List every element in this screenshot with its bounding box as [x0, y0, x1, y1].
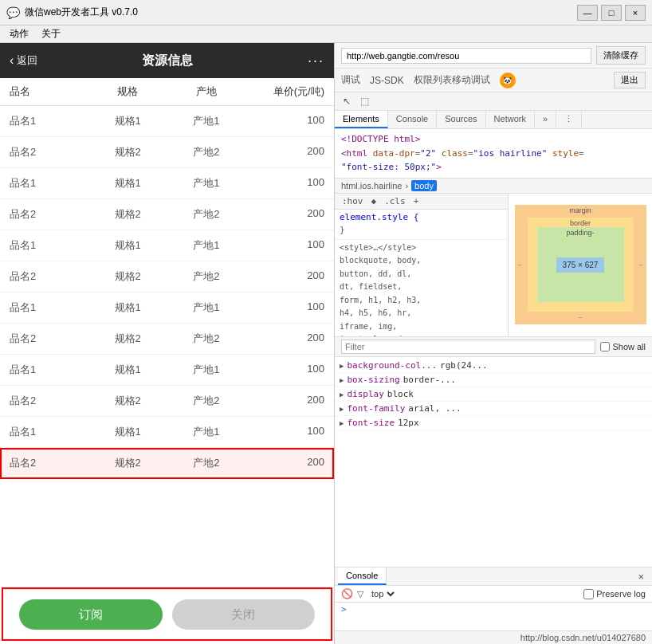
table-row: 品名1 规格1 产地1 100: [0, 230, 334, 261]
prop-name-fontsize: font-size: [347, 418, 395, 428]
cell-price: 200: [245, 332, 324, 346]
styles-panel: :hov ◆ .cls + element.style { } <style>……: [335, 194, 509, 336]
add-style-button[interactable]: +: [411, 195, 422, 207]
tab-permissions[interactable]: 权限列表移动调试: [414, 72, 490, 88]
style-rule-block: <style>…</style> blockquote, body,button…: [335, 240, 508, 336]
menu-action[interactable]: 动作: [3, 26, 35, 42]
expand-icon[interactable]: ▶: [340, 405, 344, 413]
cell-name: 品名2: [10, 332, 88, 346]
cls-button[interactable]: .cls: [382, 195, 408, 207]
window-controls: — □ ×: [577, 5, 646, 21]
prop-val-fontsize: 12px: [398, 418, 419, 428]
tab-network[interactable]: Network: [486, 111, 535, 128]
menu-bar: 动作 关于: [0, 26, 652, 43]
cell-origin: 产地1: [167, 176, 246, 190]
prop-row-display: ▶ display block: [335, 387, 652, 402]
header-spec: 规格: [88, 84, 167, 99]
table-row: 品名1 规格1 产地1 100: [0, 106, 334, 137]
cell-origin: 产地1: [167, 425, 246, 439]
cell-price: 200: [245, 145, 324, 159]
expand-icon[interactable]: ▶: [340, 376, 344, 384]
mobile-panel: ‹ 返回 资源信息 ··· 品名 规格 产地 单价(元/吨) 品名1 规格1 产…: [0, 43, 335, 644]
cell-price: 100: [245, 114, 324, 128]
mobile-header: ‹ 返回 资源信息 ···: [0, 43, 334, 78]
cell-price: 200: [245, 394, 324, 408]
inspect-icon[interactable]: ⬚: [357, 94, 371, 108]
context-select[interactable]: top: [368, 588, 397, 599]
tab-menu-icon[interactable]: ⋮: [556, 111, 582, 128]
cell-origin: 产地2: [167, 394, 246, 408]
table-row: 品名1 规格1 产地1 100: [0, 293, 334, 324]
preserve-log-text: Preserve log: [596, 589, 646, 599]
margin-right-dash: –: [638, 261, 642, 269]
clear-cache-button[interactable]: 清除缓存: [596, 46, 646, 65]
user-avatar: 🐼: [500, 73, 516, 88]
exit-button[interactable]: 退出: [614, 72, 646, 88]
cell-name: 品名2: [10, 269, 88, 284]
close-button[interactable]: 关闭: [172, 599, 316, 630]
styles-box-area: :hov ◆ .cls + element.style { } <style>……: [335, 194, 652, 337]
app-icon: 💬: [6, 6, 20, 19]
cell-spec: 规格1: [88, 114, 167, 128]
cell-name: 品名1: [10, 238, 88, 253]
preserve-log-checkbox[interactable]: [583, 589, 594, 599]
cell-origin: 产地2: [167, 207, 246, 222]
html-line-2: <html data-dpr="2" class="ios hairline" …: [341, 147, 646, 161]
expand-icon[interactable]: ▶: [340, 391, 344, 399]
dot-button[interactable]: ◆: [369, 195, 379, 207]
more-button[interactable]: ···: [308, 53, 324, 69]
back-button[interactable]: ‹ 返回: [10, 53, 37, 68]
tab-elements[interactable]: Elements: [335, 111, 388, 128]
table-row: 品名1 规格1 产地1 100: [0, 168, 334, 199]
filter-input[interactable]: [341, 340, 595, 354]
devtools-tabs-row: 调试 JS-SDK 权限列表移动调试 🐼 退出: [335, 69, 652, 92]
expand-icon[interactable]: ▶: [340, 419, 344, 427]
tab-sources[interactable]: Sources: [437, 111, 485, 128]
style-rule-element: element.style { }: [335, 210, 508, 240]
breadcrumb-body[interactable]: body: [411, 180, 437, 191]
tab-console-drawer[interactable]: Console: [338, 567, 387, 585]
devtools-topbar: 清除缓存: [335, 43, 652, 69]
cell-spec: 规格2: [88, 394, 167, 408]
table-row: 品名2 规格2 产地2 200: [0, 324, 334, 355]
subscribe-button[interactable]: 订阅: [19, 599, 163, 630]
hov-button[interactable]: :hov: [340, 195, 366, 207]
content-box: 375 × 627: [556, 257, 605, 273]
tab-more[interactable]: »: [535, 111, 556, 128]
cell-name: 品名2: [10, 394, 88, 408]
cell-name: 品名1: [10, 425, 88, 439]
console-prompt: >: [341, 604, 347, 615]
back-label: 返回: [17, 53, 37, 68]
minimize-button[interactable]: —: [577, 5, 598, 21]
console-close-button[interactable]: ×: [633, 569, 649, 584]
tab-debug[interactable]: 调试: [341, 72, 360, 88]
tab-jssdk[interactable]: JS-SDK: [370, 73, 404, 88]
properties-list: ▶ background-col... rgb(24... ▶ box-sizi…: [335, 357, 652, 567]
menu-about[interactable]: 关于: [35, 26, 67, 42]
close-button[interactable]: ×: [625, 5, 646, 21]
header-price: 单价(元/吨): [245, 84, 324, 99]
cell-price: 200: [245, 456, 324, 470]
tab-console[interactable]: Console: [388, 111, 437, 128]
show-all-checkbox[interactable]: [600, 342, 610, 351]
expand-icon[interactable]: ▶: [340, 362, 344, 370]
breadcrumb-html[interactable]: html.ios.hairline: [341, 181, 402, 190]
inspector-tabs: Elements Console Sources Network » ⋮: [335, 111, 652, 129]
table-header: 品名 规格 产地 单价(元/吨): [0, 78, 334, 106]
cell-price: 100: [245, 176, 324, 190]
status-bar: http://blog.csdn.net/u014027680: [335, 630, 652, 644]
cursor-icon[interactable]: ↖: [340, 94, 354, 108]
elements-toolbar: ↖ ⬚: [335, 92, 652, 111]
padding-box: 375 × 627: [537, 227, 624, 302]
title-bar: 💬 微信web开发者工具 v0.7.0 — □ ×: [0, 0, 652, 26]
console-clear-button[interactable]: 🚫: [341, 588, 352, 599]
table-row: 品名2 规格2 产地2 200: [0, 386, 334, 417]
cell-name: 品名1: [10, 300, 88, 315]
margin-left-dash: –: [518, 261, 522, 269]
cell-origin: 产地1: [167, 300, 246, 315]
prop-name-fontfamily: font-family: [347, 403, 405, 414]
footer-highlighted: 订阅 关闭: [2, 587, 332, 641]
url-input[interactable]: [341, 48, 591, 64]
prop-row-fontsize: ▶ font-size 12px: [335, 416, 652, 430]
restore-button[interactable]: □: [601, 5, 622, 21]
